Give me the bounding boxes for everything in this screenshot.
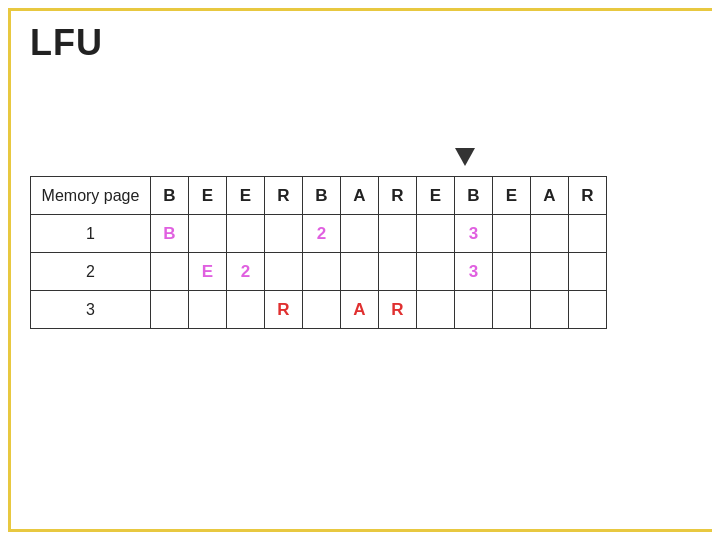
cell-3-11: [569, 291, 607, 329]
cell-2-8: 3: [455, 253, 493, 291]
cell-1-11: [569, 215, 607, 253]
page-title: LFU: [30, 22, 103, 64]
col-header-4: B: [303, 177, 341, 215]
cell-1-3: [265, 215, 303, 253]
cell-3-8: [455, 291, 493, 329]
cell-2-10: [531, 253, 569, 291]
cell-2-0: [151, 253, 189, 291]
cell-3-1: [189, 291, 227, 329]
cell-3-10: [531, 291, 569, 329]
down-arrow-indicator: [455, 148, 475, 166]
cell-3-5: A: [341, 291, 379, 329]
cell-1-2: [227, 215, 265, 253]
cell-2-2: 2: [227, 253, 265, 291]
cell-3-7: [417, 291, 455, 329]
lfu-table: Memory page B E E R B A R E B E A R 1 B …: [30, 176, 607, 329]
memory-table-container: Memory page B E E R B A R E B E A R 1 B …: [30, 176, 607, 329]
col-header-5: A: [341, 177, 379, 215]
border-top: [8, 8, 712, 11]
table-row-1: 1 B 2 3: [31, 215, 607, 253]
col-header-11: R: [569, 177, 607, 215]
col-header-7: E: [417, 177, 455, 215]
cell-2-9: [493, 253, 531, 291]
col-header-6: R: [379, 177, 417, 215]
col-header-0: B: [151, 177, 189, 215]
cell-1-5: [341, 215, 379, 253]
cell-3-2: [227, 291, 265, 329]
border-left: [8, 8, 11, 532]
table-row-2: 2 E 2 3: [31, 253, 607, 291]
col-header-8: B: [455, 177, 493, 215]
cell-1-8: 3: [455, 215, 493, 253]
cell-3-9: [493, 291, 531, 329]
cell-3-3: R: [265, 291, 303, 329]
cell-2-5: [341, 253, 379, 291]
cell-2-6: [379, 253, 417, 291]
cell-1-9: [493, 215, 531, 253]
cell-3-0: [151, 291, 189, 329]
header-label: Memory page: [31, 177, 151, 215]
table-header-row: Memory page B E E R B A R E B E A R: [31, 177, 607, 215]
row-label-2: 2: [31, 253, 151, 291]
col-header-1: E: [189, 177, 227, 215]
col-header-9: E: [493, 177, 531, 215]
col-header-3: R: [265, 177, 303, 215]
cell-1-4: 2: [303, 215, 341, 253]
cell-3-6: R: [379, 291, 417, 329]
col-header-10: A: [531, 177, 569, 215]
cell-3-4: [303, 291, 341, 329]
cell-1-7: [417, 215, 455, 253]
col-header-2: E: [227, 177, 265, 215]
cell-2-11: [569, 253, 607, 291]
row-label-3: 3: [31, 291, 151, 329]
border-bottom: [8, 529, 712, 532]
cell-2-1: E: [189, 253, 227, 291]
cell-2-7: [417, 253, 455, 291]
cell-2-4: [303, 253, 341, 291]
cell-1-6: [379, 215, 417, 253]
cell-1-10: [531, 215, 569, 253]
cell-1-0: B: [151, 215, 189, 253]
table-row-3: 3 R A R: [31, 291, 607, 329]
cell-1-1: [189, 215, 227, 253]
cell-2-3: [265, 253, 303, 291]
row-label-1: 1: [31, 215, 151, 253]
